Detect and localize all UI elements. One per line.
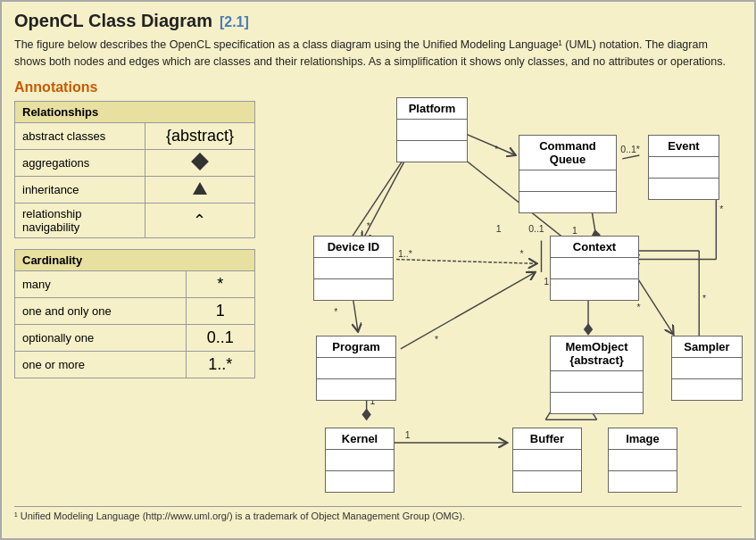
footnote: ¹ Unified Modeling Language (http://www.… [14,506,742,521]
title-row: OpenCL Class Diagram [2.1] [14,11,742,31]
navigability-label: relationshipnavigability [15,203,145,237]
commandqueue-title: Command Queue [519,136,616,170]
deviceid-body [314,258,393,278]
cardinality-table: Cardinality many * one and only one 1 op… [14,249,255,378]
svg-text:*: * [367,220,370,231]
kernel-body [326,450,394,470]
svg-text:1: 1 [405,429,411,440]
commandqueue-body [519,170,616,191]
deviceid-title: Device ID [314,237,393,258]
many-label: many [15,270,187,297]
context-title: Context [551,237,638,258]
context-body [551,258,638,278]
many-symbol: * [186,270,254,297]
kernel-title: Kernel [326,428,394,450]
one-symbol: 1 [186,297,254,324]
program-body2 [317,378,395,400]
abstract-symbol: {abstract} [145,122,254,149]
table-row: optionally one 0..1 [15,324,255,351]
context-box: Context [550,236,639,301]
main-container: OpenCL Class Diagram [2.1] The figure be… [0,0,756,540]
event-body [649,157,719,178]
triangle-icon [193,182,207,195]
image-title: Image [609,428,677,450]
opt-one-symbol: 0..1 [186,324,254,351]
content-area: Annotations Relationships abstract class… [14,79,742,499]
table-row: inheritance [15,176,255,203]
program-box: Program [316,336,396,401]
opt-one-label: optionally one [15,324,187,351]
event-box: Event [648,135,719,200]
sampler-body2 [672,378,742,400]
buffer-body2 [513,470,581,492]
title-main: OpenCL Class Diagram [14,11,212,31]
svg-text:0..1*: 0..1* [620,144,640,154]
sampler-box: Sampler [671,336,743,401]
aggregations-label: aggregations [15,149,145,176]
platform-body [397,120,467,140]
annotations-title: Annotations [14,79,255,96]
program-body [317,358,395,378]
svg-line-17 [396,259,537,263]
table-row: relationshipnavigability ⌃ [15,203,255,237]
relationships-header: Relationships [15,101,255,122]
commandqueue-body2 [519,191,616,212]
image-body2 [609,470,677,492]
svg-text:*: * [719,204,723,214]
svg-line-30 [401,271,536,348]
svg-line-11 [622,155,639,159]
commandqueue-box: Command Queue [519,135,617,213]
event-body2 [649,178,719,199]
platform-title: Platform [397,98,467,120]
aggregations-symbol [145,149,254,176]
svg-text:1: 1 [572,224,577,235]
svg-text:*: * [702,293,706,303]
svg-text:*: * [494,144,498,154]
event-title: Event [649,136,719,157]
buffer-body [513,450,581,470]
context-body2 [551,278,638,300]
diamond-icon [191,153,209,170]
diagram-area: 1 * 1 * 1 0..1 1 0..1* [264,79,742,499]
kernel-box: Kernel [325,428,395,493]
svg-text:*: * [334,305,337,316]
image-body [609,450,677,470]
memobject-title: MemObject{abstract} [551,336,643,371]
navigability-symbol: ⌃ [145,203,254,237]
platform-box: Platform [396,97,468,162]
left-panel: Annotations Relationships abstract class… [14,79,255,499]
kernel-body2 [326,470,394,492]
table-row: one or more 1..* [15,351,255,378]
table-row: aggregations [15,149,255,176]
svg-text:*: * [636,301,640,312]
sampler-title: Sampler [672,336,742,358]
one-label: one and only one [15,297,187,324]
svg-text:1: 1 [544,276,549,287]
deviceid-box: Device ID [313,236,394,301]
svg-text:1..*: 1..* [398,247,412,258]
svg-text:1: 1 [496,222,502,233]
one-or-more-symbol: 1..* [186,351,254,378]
title-version: [2.1] [220,14,249,30]
svg-text:0..1: 0..1 [528,222,544,233]
inheritance-label: inheritance [15,176,145,203]
program-title: Program [317,336,395,358]
memobject-body [551,371,643,392]
platform-body2 [397,140,467,162]
table-row: many * [15,270,255,297]
description: The figure below describes the OpenCL sp… [14,37,742,71]
inheritance-symbol [145,176,254,203]
table-row: one and only one 1 [15,297,255,324]
sampler-body [672,358,742,378]
image-box: Image [608,428,677,493]
table-row: abstract classes {abstract} [15,122,255,149]
svg-text:*: * [520,247,524,258]
one-or-more-label: one or more [15,351,187,378]
memobject-body2 [551,392,643,413]
abstract-label: abstract classes [15,122,145,149]
buffer-title: Buffer [513,428,581,450]
relationships-table: Relationships abstract classes {abstract… [14,101,255,238]
svg-text:*: * [435,334,438,345]
buffer-box: Buffer [512,428,582,493]
deviceid-body2 [314,278,393,300]
